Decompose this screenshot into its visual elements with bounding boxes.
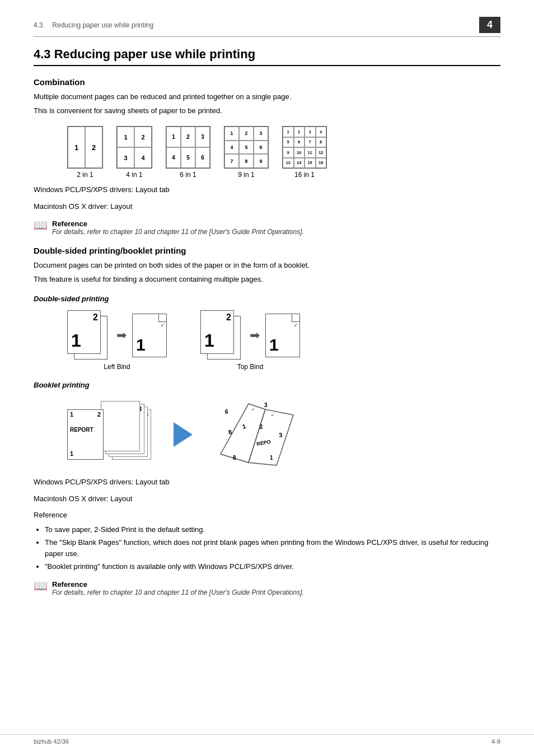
double-sided-reference-title: Reference (52, 580, 304, 589)
footer-product: bizhub 42/36 (34, 738, 69, 745)
diagram-9in1: 1 2 3 4 5 6 7 8 9 9 in 1 (224, 126, 269, 179)
section-main-title: 4.3 Reducing paper use while printing (34, 47, 500, 66)
box-9in1: 1 2 3 4 5 6 7 8 9 (224, 126, 269, 169)
double-sided-driver-mac: Macintosh OS X driver: Layout (34, 493, 500, 505)
combination-para1: Multiple document pages can be reduced a… (34, 91, 500, 102)
booklet-stack: 8 7 3 2 1 REPORT 1 (67, 401, 157, 468)
combination-reference-text: For details, refer to chapter 10 and cha… (52, 228, 304, 236)
svg-text:1: 1 (270, 455, 273, 461)
diagram-16in1: 1 2 3 4 5 6 7 8 9 10 11 12 13 14 15 16 (282, 126, 327, 179)
page-footer: bizhub 42/36 4-9 (0, 734, 534, 745)
label-4in1: 4 in 1 (126, 171, 142, 179)
left-bind-arrow: ➡ (116, 328, 127, 343)
bullet-2: The "Skip Blank Pages" function, which d… (45, 537, 500, 559)
double-sided-bullet-list: To save paper, 2-Sided Print is the defa… (45, 524, 500, 572)
bullet-1: To save paper, 2-Sided Print is the defa… (45, 524, 500, 535)
svg-text:8: 8 (227, 428, 232, 436)
header-section-number: 4.3 (34, 21, 43, 29)
label-16in1: 16 in 1 (294, 171, 315, 179)
combination-para2: This is convenient for saving sheets of … (34, 105, 500, 116)
double-sided-heading: Double-sided printing/booklet printing (34, 246, 500, 255)
box-2in1: 1 2 (67, 126, 103, 169)
page: 4.3 Reducing paper use while printing 4 … (0, 0, 534, 624)
svg-text:3: 3 (264, 402, 268, 408)
top-bind-result: 1 ↙ (265, 314, 300, 357)
box-16in1: 1 2 3 4 5 6 7 8 9 10 11 12 13 14 15 16 (282, 126, 327, 169)
double-sided-reference: 📖 Reference For details, refer to chapte… (34, 580, 500, 596)
booklet-svg: 8 1 2 3 6 3 8 1 REPO ↙ ↙ (209, 398, 305, 471)
svg-text:6: 6 (225, 409, 228, 415)
booklet-result: 8 1 2 3 6 3 8 1 REPO ↙ ↙ (209, 398, 305, 471)
double-sided-section: Double-sided printing/booklet printing D… (34, 246, 500, 596)
left-bind-stack: 1 2 (67, 310, 111, 361)
svg-text:↙: ↙ (271, 412, 275, 417)
combination-driver-win: Windows PCL/PS/XPS drivers: Layout tab (34, 184, 500, 195)
label-6in1: 6 in 1 (180, 171, 196, 179)
combination-heading: Combination (34, 77, 500, 87)
reference-book-icon-2: 📖 (34, 580, 48, 591)
booklet-printing-label: Booklet printing (34, 380, 500, 391)
header-section-label: 4.3 Reducing paper use while printing (34, 21, 153, 29)
page-number-badge: 4 (479, 17, 500, 33)
reference-book-icon: 📖 (34, 220, 48, 231)
top-bind-row: 1 2 ➡ 1 ↙ (200, 310, 300, 361)
double-sided-driver-win: Windows PCL/PS/XPS drivers: Layout tab (34, 477, 500, 488)
double-sided-diagrams: 1 2 ➡ 1 ↙ Left Bind (67, 310, 500, 371)
cell-2in1-1: 1 (68, 127, 85, 168)
left-bind-row: 1 2 ➡ 1 ↙ (67, 310, 167, 361)
diagram-6in1: 1 2 3 4 5 6 6 in 1 (166, 126, 210, 179)
cell-2in1-2: 2 (85, 127, 102, 168)
top-bind-group: 1 2 ➡ 1 ↙ Top Bind (200, 310, 300, 371)
left-bind-page1: 1 (71, 330, 81, 351)
svg-text:↙: ↙ (251, 407, 255, 412)
left-bind-label: Left Bind (104, 363, 130, 371)
top-bind-page1: 1 (204, 330, 214, 351)
box-6in1: 1 2 3 4 5 6 (166, 126, 210, 169)
combination-reference: 📖 Reference For details, refer to chapte… (34, 220, 500, 236)
box-4in1: 1 2 3 4 (116, 126, 152, 169)
combination-reference-title: Reference (52, 220, 304, 228)
left-bind-page2: 2 (93, 312, 98, 323)
svg-text:8: 8 (233, 455, 236, 461)
left-bind-result: 1 ↙ (132, 314, 167, 357)
top-bind-stack: 1 2 (200, 310, 244, 361)
footer-page: 4-9 (491, 738, 500, 745)
diagram-4in1: 1 2 3 4 4 in 1 (116, 126, 152, 179)
double-sided-reference-text: For details, refer to chapter 10 and cha… (52, 589, 304, 596)
label-2in1: 2 in 1 (77, 171, 93, 179)
double-sided-reference-heading: Reference (34, 510, 500, 521)
bullet-3: "Booklet printing" function is available… (45, 561, 500, 572)
left-bind-group: 1 2 ➡ 1 ↙ Left Bind (67, 310, 167, 371)
page-header: 4.3 Reducing paper use while printing 4 (34, 17, 500, 37)
diagram-2in1: 1 2 2 in 1 (67, 126, 103, 179)
double-sided-printing-label: Double-sided printing (34, 293, 500, 305)
combination-driver-mac: Macintosh OS X driver: Layout (34, 201, 500, 212)
combination-diagrams: 1 2 2 in 1 1 2 3 4 4 in 1 1 2 (67, 126, 500, 179)
top-bind-arrow: ➡ (250, 328, 260, 343)
double-sided-para1: Document pages can be printed on both si… (34, 260, 500, 271)
top-bind-label: Top Bind (237, 363, 264, 371)
label-9in1: 9 in 1 (238, 171, 254, 179)
double-sided-para2: This feature is useful for binding a doc… (34, 274, 500, 285)
combination-section: Combination Multiple document pages can … (34, 77, 500, 236)
top-bind-page2: 2 (226, 312, 231, 323)
header-title: Reducing paper use while printing (52, 21, 153, 29)
booklet-arrow (174, 422, 193, 447)
booklet-diagrams: 8 7 3 2 1 REPORT 1 (67, 398, 500, 471)
